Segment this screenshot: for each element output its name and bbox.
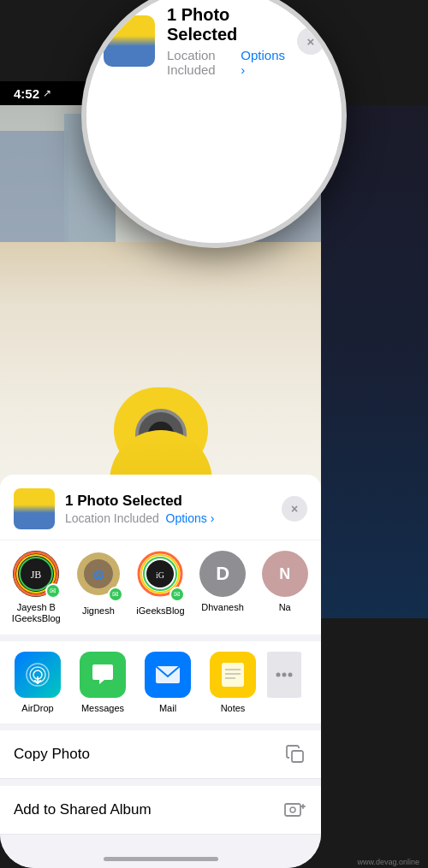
app-more[interactable] xyxy=(267,652,301,713)
add-shared-album-label: Add to Shared Album xyxy=(14,801,283,818)
magnify-thumb-image xyxy=(104,15,155,67)
right-phone-screen xyxy=(321,105,428,618)
mail-svg xyxy=(154,663,181,687)
magnify-content: 1 Photo Selected Location Included Optio… xyxy=(86,0,342,243)
app-airdrop[interactable]: AirDrop xyxy=(7,652,68,713)
magnify-subtitle-row: Location Included Options › xyxy=(167,48,285,77)
jignesh-name: Jignesh xyxy=(82,605,115,617)
svg-point-24 xyxy=(288,673,293,677)
contact-avatar-igeeksblog: iG ✉ xyxy=(137,551,183,600)
copy-icon-svg xyxy=(285,744,306,765)
more-dots-icon xyxy=(276,672,293,677)
svg-point-22 xyxy=(276,673,281,677)
share-thumbnail xyxy=(14,488,55,529)
notes-label: Notes xyxy=(221,703,246,713)
right-phone-bg xyxy=(321,105,428,618)
jayesh-name: Jayesh BIGeeksBlog xyxy=(12,602,61,624)
svg-text:iG: iG xyxy=(156,570,164,580)
contact-dhvanesh[interactable]: D Dhvanesh xyxy=(193,551,253,624)
options-link[interactable]: Options › xyxy=(166,511,215,525)
svg-text:🌀: 🌀 xyxy=(93,570,104,581)
add-shared-album-icon xyxy=(283,798,307,822)
magnify-options-link[interactable]: Options › xyxy=(241,48,285,77)
svg-rect-18 xyxy=(222,663,244,687)
magnify-title: 1 Photo Selected xyxy=(167,5,285,44)
messages-icon xyxy=(80,652,126,698)
airdrop-svg xyxy=(25,662,51,688)
share-title: 1 Photo Selected xyxy=(65,493,271,510)
copy-photo-row[interactable]: Copy Photo xyxy=(0,730,321,779)
more-app-icon xyxy=(267,652,301,698)
app-notes[interactable]: Notes xyxy=(202,652,264,713)
contact-avatar-dhvanesh: D xyxy=(199,551,246,597)
app-mail[interactable]: Mail xyxy=(137,652,199,713)
svg-rect-25 xyxy=(292,751,303,762)
svg-text:JB: JB xyxy=(31,569,42,581)
dhvanesh-name: Dhvanesh xyxy=(201,602,244,613)
location-icon: ↗ xyxy=(43,87,51,99)
svg-point-27 xyxy=(290,807,295,812)
airdrop-label: AirDrop xyxy=(21,703,53,713)
jignesh-message-badge: ✉ xyxy=(108,587,123,602)
messages-svg xyxy=(89,661,116,688)
contact-na[interactable]: N Na xyxy=(255,551,314,624)
watermark: www.devag.online xyxy=(357,858,419,866)
apps-row: AirDrop Messages Mail xyxy=(0,641,321,723)
magnify-location: Location Included xyxy=(167,48,235,77)
status-time: 4:52 xyxy=(14,86,39,101)
building-left xyxy=(0,131,68,242)
message-icon-3: ✉ xyxy=(174,590,181,599)
share-thumbnail-image xyxy=(14,488,55,529)
svg-point-23 xyxy=(282,673,287,677)
notes-icon xyxy=(210,652,256,698)
share-info: 1 Photo Selected Location Included Optio… xyxy=(65,493,271,525)
copy-photo-icon xyxy=(283,742,307,766)
svg-rect-26 xyxy=(285,804,300,816)
message-icon: ✉ xyxy=(50,587,56,595)
share-subtitle: Location Included Options › xyxy=(65,511,271,525)
share-sheet: 1 Photo Selected Location Included Optio… xyxy=(0,475,321,868)
contact-avatar-jayesh: JB ✉ xyxy=(13,551,59,597)
add-shared-album-row[interactable]: Add to Shared Album xyxy=(0,786,321,835)
messages-label: Messages xyxy=(81,703,124,713)
igeeksblog-message-badge: ✉ xyxy=(169,587,185,602)
copy-photo-label: Copy Photo xyxy=(14,746,283,763)
message-icon-2: ✉ xyxy=(112,590,119,599)
na-name: Na xyxy=(279,602,291,613)
magnify-info: 1 Photo Selected Location Included Optio… xyxy=(167,5,285,77)
magnify-header: 1 Photo Selected Location Included Optio… xyxy=(104,5,324,77)
airdrop-icon xyxy=(15,652,61,698)
contact-jignesh[interactable]: 🌀 ✉ Jignesh xyxy=(69,551,128,624)
contact-avatar-na: N xyxy=(262,551,308,597)
contacts-row: JB ✉ Jayesh BIGeeksBlog 🌀 xyxy=(0,540,321,635)
close-button[interactable]: × xyxy=(282,496,307,522)
mail-label: Mail xyxy=(159,703,176,713)
contact-jayesh[interactable]: JB ✉ Jayesh BIGeeksBlog xyxy=(7,551,66,624)
igeeksblog-name: iGeeksBlog xyxy=(136,605,184,617)
contact-igeeksblog[interactable]: iG ✉ iGeeksBlog xyxy=(131,551,190,624)
shared-album-icon-svg xyxy=(284,800,306,820)
contact-avatar-jignesh: 🌀 ✉ xyxy=(75,551,122,600)
app-messages[interactable]: Messages xyxy=(72,652,134,713)
magnify-thumbnail xyxy=(104,15,155,67)
mail-icon xyxy=(145,652,191,698)
home-indicator xyxy=(104,857,218,861)
location-included-text: Location Included xyxy=(65,511,159,525)
notes-svg xyxy=(220,661,246,688)
share-header: 1 Photo Selected Location Included Optio… xyxy=(0,475,321,540)
